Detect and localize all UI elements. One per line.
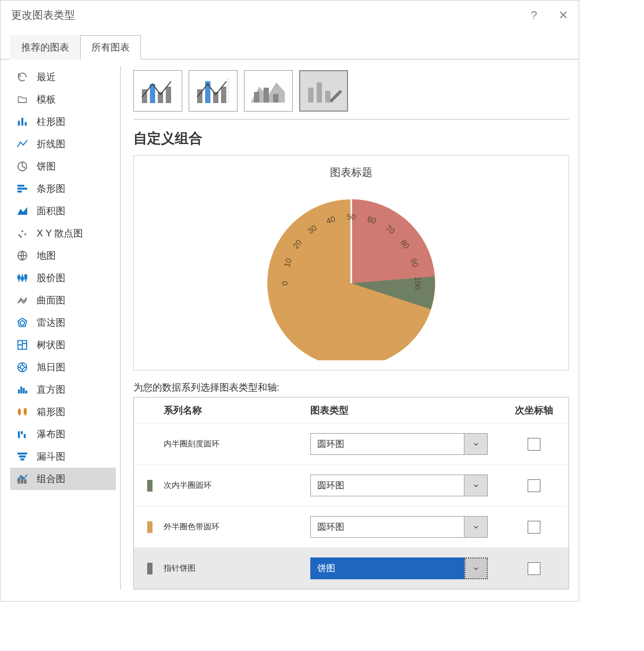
series-row[interactable]: 次内半圈圆环 圆环图 [134,464,569,506]
sidebar-item-templates[interactable]: 模板 [10,88,116,111]
sidebar-item-surface[interactable]: 曲面图 [10,289,116,311]
sidebar-item-label: 饼图 [37,160,56,173]
map-icon [15,249,29,263]
sidebar-item-label: 折线图 [37,138,65,150]
secondary-axis-checkbox[interactable] [528,438,540,451]
recent-icon [15,70,29,84]
svg-rect-1 [21,118,23,126]
svg-rect-27 [21,432,23,435]
sidebar-item-area[interactable]: 面积图 [10,200,116,222]
chevron-down-icon[interactable] [464,557,488,579]
sidebar-item-bar[interactable]: 条形图 [10,177,116,200]
sidebar-item-label: 箱形图 [37,405,65,418]
sidebar-item-pie[interactable]: 饼图 [10,155,116,177]
chart-preview-title: 图表标题 [330,165,372,180]
combo-value: 饼图 [310,557,464,579]
sidebar-item-histogram[interactable]: 直方图 [10,378,116,401]
svg-rect-21 [20,387,22,394]
sidebar-item-treemap[interactable]: 树状图 [10,334,116,356]
tab-recommended[interactable]: 推荐的图表 [10,35,80,60]
series-row[interactable]: 指针饼图 饼图 [134,547,569,589]
svg-rect-44 [254,92,259,103]
series-type-dropdown[interactable]: 圆环图 [310,516,488,538]
sidebar-item-waterfall[interactable]: 瀑布图 [10,423,116,445]
combo-subtype-2[interactable] [189,70,238,112]
waterfall-icon [15,427,29,441]
svg-point-7 [19,234,21,236]
sidebar-item-label: 地图 [37,249,56,262]
chevron-down-icon[interactable] [464,475,488,496]
svg-marker-16 [20,320,24,325]
sidebar-item-scatter[interactable]: X Y 散点图 [10,222,116,244]
line-chart-icon [15,137,29,151]
svg-rect-28 [24,434,26,438]
series-section-label: 为您的数据系列选择图表类型和轴: [133,381,569,394]
sidebar-item-map[interactable]: 地图 [10,244,116,267]
series-swatch [147,563,152,574]
sidebar-item-label: 最近 [37,71,56,83]
close-button[interactable]: ✕ [558,9,568,22]
svg-rect-26 [18,432,20,438]
sidebar-item-label: 瀑布图 [37,428,65,441]
series-type-dropdown[interactable]: 圆环图 [310,475,488,496]
sidebar-item-stock[interactable]: 股价图 [10,267,116,289]
sidebar-item-sunburst[interactable]: 旭日图 [10,356,116,378]
series-type-dropdown[interactable]: 圆环图 [310,433,488,455]
surface-chart-icon [15,293,29,307]
combo-subtype-1[interactable] [133,70,182,112]
chart-preview-graphic: 0102030405060708090100 [250,185,452,360]
svg-point-8 [21,231,23,233]
help-button[interactable]: ? [531,9,537,22]
series-row[interactable]: 外半圈色带圆环 圆环图 [134,506,569,547]
svg-rect-13 [21,277,23,280]
svg-rect-6 [18,191,22,193]
change-chart-type-dialog: 更改图表类型 ? ✕ 推荐的图表 所有图表 最近 模板 柱形图 折 [0,0,579,602]
chevron-down-icon[interactable] [464,516,488,538]
series-name: 内半圈刻度圆环 [164,439,307,449]
tabs: 推荐的图表 所有图表 [1,35,579,60]
column-chart-icon [15,115,29,129]
sidebar-item-line[interactable]: 折线图 [10,133,116,155]
svg-text:50: 50 [347,212,356,221]
svg-rect-47 [308,88,313,103]
series-table: 系列名称 图表类型 次坐标轴 内半圈刻度圆环 圆环图 次内半圈圆环 [133,397,569,589]
titlebar: 更改图表类型 ? ✕ [1,1,579,30]
combo-value: 圆环图 [310,433,464,455]
svg-rect-31 [20,459,24,461]
sidebar-item-radar[interactable]: 雷达图 [10,311,116,334]
folder-icon [15,92,29,106]
sidebar-item-label: 模板 [37,93,56,106]
series-swatch [147,438,152,450]
sidebar-item-boxwhisker[interactable]: 箱形图 [10,401,116,423]
sidebar-item-label: 漏斗图 [37,450,65,463]
secondary-axis-checkbox[interactable] [528,521,540,534]
combo-value: 圆环图 [310,516,464,538]
series-type-dropdown[interactable]: 饼图 [310,557,488,579]
sidebar-item-label: 曲面图 [37,294,65,307]
sidebar-item-label: 条形图 [37,182,65,195]
combo-subtype-row [133,70,569,120]
radar-chart-icon [15,316,29,329]
secondary-axis-checkbox[interactable] [528,479,540,492]
chevron-down-icon[interactable] [464,433,488,455]
svg-rect-12 [18,276,20,279]
secondary-axis-checkbox[interactable] [528,562,540,575]
series-row[interactable]: 内半圈刻度圆环 圆环图 [134,423,569,464]
main-panel: 自定义组合 图表标题 [121,66,569,589]
series-name: 次内半圈圆环 [164,480,307,491]
series-header-row: 系列名称 图表类型 次坐标轴 [134,398,569,423]
svg-rect-34 [24,480,26,483]
sunburst-icon [15,360,29,374]
sidebar-item-recent[interactable]: 最近 [10,66,116,88]
tab-all-charts[interactable]: 所有图表 [80,35,141,60]
sidebar-item-label: 树状图 [37,339,65,351]
pie-chart-icon [15,159,29,173]
sidebar-item-column[interactable]: 柱形图 [10,111,116,133]
combo-subtype-custom[interactable] [299,70,348,112]
svg-rect-23 [26,391,28,394]
combo-subtype-3[interactable] [244,70,293,112]
sidebar-item-funnel[interactable]: 漏斗图 [10,445,116,468]
sidebar-item-label: 旭日图 [37,361,65,374]
sidebar-item-combo[interactable]: 组合图 [10,468,116,490]
svg-rect-2 [25,122,27,125]
